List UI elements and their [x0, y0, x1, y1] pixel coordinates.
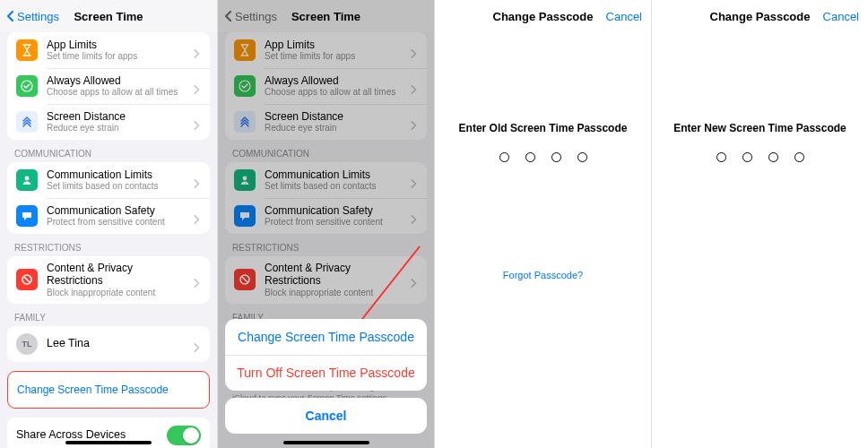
row-subtitle: Set limits based on contacts	[47, 181, 188, 192]
chevron-right-icon	[192, 117, 201, 126]
row-subtitle: Set time limits for apps	[47, 51, 188, 62]
group-family: TL Lee Tina	[7, 326, 210, 362]
chevron-right-icon	[192, 340, 201, 349]
screen-time-settings: Settings Screen Time App Limits Set time…	[0, 0, 217, 448]
back-button[interactable]: Settings	[223, 0, 277, 32]
row-app-limits: App LimitsSet time limits for apps	[225, 32, 427, 68]
row-subtitle: Reduce eye strain	[47, 123, 188, 134]
row-always-allowed[interactable]: Always Allowed Choose apps to allow at a…	[7, 68, 210, 104]
hourglass-icon	[16, 39, 38, 61]
passcode-dot	[768, 152, 778, 162]
nav-bar: Change Passcode Cancel	[652, 0, 868, 32]
row-subtitle: Block inappropriate content	[47, 288, 188, 298]
row-communication-limits[interactable]: Communication Limits Set limits based on…	[7, 162, 210, 198]
nav-title: Change Passcode	[710, 10, 811, 23]
nav-title: Change Passcode	[493, 10, 594, 23]
nav-bar: Settings Screen Time	[0, 0, 217, 32]
row-communication-safety: Communication SafetyProtect from sensiti…	[225, 198, 427, 234]
row-screen-distance[interactable]: Screen Distance Reduce eye strain	[7, 104, 210, 140]
checkmark-icon	[234, 75, 256, 97]
row-title: Screen Distance	[47, 110, 188, 123]
sheet-turn-off-passcode[interactable]: Turn Off Screen Time Passcode	[225, 355, 427, 391]
chevron-right-icon	[192, 46, 201, 55]
cancel-button[interactable]: Cancel	[823, 0, 859, 32]
row-communication-safety[interactable]: Communication Safety Protect from sensit…	[7, 198, 210, 234]
checkmark-icon	[16, 75, 38, 97]
passcode-dot	[551, 152, 561, 162]
waves-icon	[234, 111, 256, 133]
passcode-body: Enter Old Screen Time Passcode Forgot Pa…	[435, 32, 651, 448]
nav-title: Screen Time	[291, 10, 360, 23]
enter-old-passcode: Change Passcode Cancel Enter Old Screen …	[434, 0, 651, 448]
chevron-right-icon	[192, 275, 201, 284]
passcode-dot	[577, 152, 587, 162]
row-screen-distance: Screen DistanceReduce eye strain	[225, 104, 427, 140]
person-icon	[16, 169, 38, 191]
passcode-prompt: Enter Old Screen Time Passcode	[459, 122, 628, 134]
chevron-right-icon	[409, 211, 418, 220]
sheet-cancel[interactable]: Cancel	[225, 398, 427, 434]
chevron-right-icon	[409, 117, 418, 126]
person-icon	[234, 169, 256, 191]
group-change-passcode: Change Screen Time Passcode	[7, 371, 210, 409]
chevron-right-icon	[192, 176, 201, 185]
chevron-right-icon	[409, 82, 418, 90]
passcode-body: Enter New Screen Time Passcode	[652, 32, 868, 448]
chevron-left-icon	[223, 11, 234, 22]
passcode-dot	[794, 152, 804, 162]
back-label: Settings	[17, 10, 59, 23]
row-content-privacy[interactable]: Content & Privacy Restrictions Block ina…	[7, 256, 210, 304]
home-indicator[interactable]	[283, 441, 369, 444]
hourglass-icon	[234, 39, 256, 61]
row-title: Lee Tina	[47, 337, 188, 350]
row-content-privacy: Content & Privacy RestrictionsBlock inap…	[225, 256, 427, 304]
group-restrictions: Content & Privacy Restrictions Block ina…	[7, 256, 210, 304]
forgot-passcode-link[interactable]: Forgot Passcode?	[503, 270, 583, 280]
passcode-dot	[499, 152, 509, 162]
sheet-cancel-group: Cancel	[225, 398, 427, 434]
back-button[interactable]: Settings	[5, 0, 59, 32]
chevron-right-icon	[192, 211, 201, 220]
bubble-icon	[16, 205, 38, 227]
sheet-change-passcode[interactable]: Change Screen Time Passcode	[225, 319, 427, 355]
row-change-passcode[interactable]: Change Screen Time Passcode	[8, 372, 209, 408]
sheet-options: Change Screen Time Passcode Turn Off Scr…	[225, 319, 427, 391]
passcode-dots[interactable]	[716, 152, 804, 162]
row-title: Communication Safety	[47, 204, 188, 217]
avatar-icon: TL	[16, 333, 38, 355]
enter-new-passcode: Change Passcode Cancel Enter New Screen …	[651, 0, 868, 448]
passcode-dot	[525, 152, 535, 162]
back-label: Settings	[235, 10, 277, 23]
group-communication: Communication Limits Set limits based on…	[7, 162, 210, 234]
cancel-button[interactable]: Cancel	[606, 0, 642, 32]
row-communication-limits: Communication LimitsSet limits based on …	[225, 162, 427, 198]
passcode-prompt: Enter New Screen Time Passcode	[673, 122, 846, 134]
chevron-right-icon	[192, 82, 201, 90]
row-title: App Limits	[47, 39, 188, 51]
row-subtitle: Choose apps to allow at all times	[47, 87, 188, 98]
bubble-icon	[234, 205, 256, 227]
section-header-communication: COMMUNICATION	[7, 149, 210, 162]
share-toggle[interactable]	[167, 426, 201, 445]
nosign-icon	[234, 269, 256, 290]
nav-bar: Change Passcode Cancel	[435, 0, 651, 32]
row-family-member[interactable]: TL Lee Tina	[7, 326, 210, 362]
chevron-left-icon	[5, 11, 16, 22]
chevron-right-icon	[409, 275, 418, 284]
action-sheet: Change Screen Time Passcode Turn Off Scr…	[225, 319, 427, 441]
chevron-right-icon	[409, 46, 418, 55]
section-header-restrictions: RESTRICTIONS	[7, 243, 210, 256]
row-app-limits[interactable]: App Limits Set time limits for apps	[7, 32, 210, 68]
row-subtitle: Protect from sensitive content	[47, 217, 188, 228]
nav-bar: Settings Screen Time	[218, 0, 434, 32]
row-title: Always Allowed	[47, 74, 188, 87]
content: App Limits Set time limits for apps Alwa…	[0, 32, 217, 448]
chevron-right-icon	[409, 176, 418, 185]
nav-title: Screen Time	[74, 10, 143, 23]
row-title: Content & Privacy Restrictions	[47, 262, 188, 288]
screen-time-action-sheet: Settings Screen Time App LimitsSet time …	[217, 0, 434, 448]
home-indicator[interactable]	[65, 441, 152, 444]
passcode-dots[interactable]	[499, 152, 587, 162]
group-limits: App Limits Set time limits for apps Alwa…	[7, 32, 210, 140]
row-always-allowed: Always AllowedChoose apps to allow at al…	[225, 68, 427, 104]
